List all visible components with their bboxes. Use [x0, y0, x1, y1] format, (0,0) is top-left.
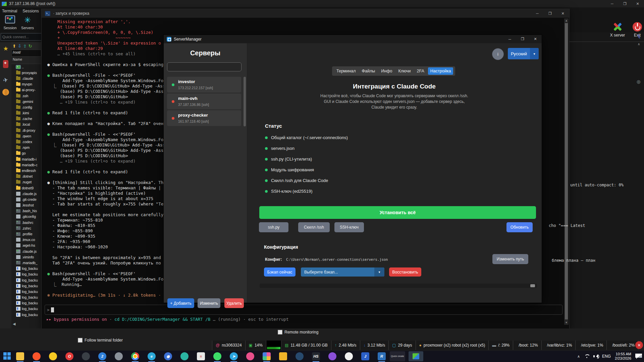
remote-monitoring-checkbox[interactable]: Remote monitoring — [278, 330, 318, 335]
server-list-scrollbar[interactable] — [244, 77, 246, 126]
file-row[interactable]: mariadb-i — [11, 156, 41, 162]
file-row[interactable]: log_backu — [11, 277, 41, 283]
backup-select[interactable]: Выберите бэкап... ▾ — [301, 267, 384, 277]
taskbar-app-icon[interactable] — [16, 352, 24, 360]
active-app-tile[interactable] — [409, 351, 423, 361]
menu-item[interactable]: Terminal — [2, 9, 17, 13]
file-row[interactable]: .wget-hs — [11, 243, 41, 248]
file-row[interactable]: log_backu — [11, 312, 41, 317]
clock[interactable]: 10:55 AM 2/23/2026 — [615, 352, 631, 361]
file-row[interactable]: .claude.js — [11, 248, 41, 254]
favorites-star-icon[interactable]: ★ — [1, 44, 10, 53]
chevron-down-icon[interactable]: ▾ — [374, 267, 384, 277]
tab[interactable]: Инфо — [379, 67, 394, 75]
taskbar-app-icon[interactable]: ◉ — [164, 352, 172, 360]
file-row[interactable]: .viminfo — [11, 254, 41, 260]
file-row[interactable]: myvpn — [11, 81, 41, 87]
file-row[interactable]: .mariadb_ — [11, 260, 41, 265]
tab[interactable]: Терминал — [334, 67, 358, 75]
maximize-icon[interactable]: ❐ — [544, 9, 556, 18]
taskbar-app-icon[interactable]: HS — [312, 352, 320, 360]
taskbar-app-icon[interactable]: e — [148, 352, 156, 360]
scroll-up-icon[interactable]: ▲ — [564, 18, 569, 23]
upload-icon[interactable]: ⇧ — [23, 44, 27, 49]
file-row[interactable]: .profile — [11, 231, 41, 237]
taskbar-app-icon[interactable] — [213, 352, 221, 360]
file-row[interactable]: log_backu — [11, 300, 41, 306]
tab[interactable]: Файлы — [360, 67, 378, 75]
servermanager-titlebar[interactable]: ServerManager ─ ❐ ✕ — [164, 35, 542, 43]
file-row[interactable]: .bash_his — [11, 208, 41, 214]
terminal-scrollbar[interactable]: ▲ ▼ — [564, 18, 569, 325]
minimize-icon[interactable]: ─ — [606, 0, 619, 7]
chevron-up-icon[interactable]: ∧ — [638, 42, 640, 46]
file-row[interactable]: .local — [11, 122, 41, 127]
file-row[interactable]: .claude — [11, 75, 41, 81]
quick-connect-input[interactable] — [1, 33, 43, 41]
taskbar-app-icon[interactable] — [246, 352, 254, 360]
file-row[interactable]: dotnet9 — [11, 185, 41, 191]
taskbar-app-icon[interactable] — [296, 352, 304, 360]
checkbox-icon[interactable] — [78, 338, 83, 343]
taskbar-app-icon[interactable]: ≡ — [197, 352, 205, 360]
tab[interactable]: Настройка — [428, 67, 453, 75]
file-row[interactable]: log_backu — [11, 272, 41, 277]
file-row[interactable]: .npm — [11, 145, 41, 150]
close-icon[interactable]: ✕ — [529, 35, 542, 43]
maximize-icon[interactable]: ❐ — [619, 0, 631, 7]
path-field[interactable]: /root/ — [11, 50, 41, 57]
file-row[interactable]: log_backu — [11, 306, 41, 312]
component-chip-button[interactable]: ssh.py — [259, 222, 288, 232]
edit-server-button[interactable]: Изменить — [198, 298, 220, 308]
close-icon[interactable]: ✕ — [556, 9, 569, 18]
quick-create-tile[interactable]: Quick create — [390, 351, 405, 361]
taskbar-app-icon[interactable] — [328, 352, 336, 360]
server-card[interactable]: main-ovh 37.187.136.86 [ssh] — [167, 94, 241, 109]
taskbar-app-icon[interactable] — [33, 352, 41, 360]
taskbar-app-icon[interactable] — [180, 352, 189, 360]
globe-icon[interactable] — [1, 88, 10, 97]
taskbar-app-icon[interactable] — [82, 352, 90, 360]
file-row[interactable]: log_backu — [11, 266, 41, 272]
delete-server-button[interactable]: Удалить — [224, 298, 244, 308]
taskbar-app-icon[interactable] — [115, 352, 123, 360]
server-card[interactable]: investor 173.212.212.157 [ssh] — [167, 77, 241, 93]
volume-icon[interactable] — [593, 354, 598, 358]
file-row[interactable]: .di-proxy — [11, 127, 41, 133]
refresh-button[interactable]: Обновить — [506, 222, 533, 232]
taskbar-app-icon[interactable]: O — [65, 352, 73, 360]
file-row[interactable]: ai-proxy- — [11, 87, 41, 93]
install-all-button[interactable]: Установить всё — [259, 206, 536, 219]
notifications-icon[interactable]: 32 — [635, 354, 642, 359]
menu-item[interactable]: Sessions — [22, 9, 39, 13]
component-chip-button[interactable]: SSH-ключ — [334, 222, 364, 232]
send-plane-icon[interactable]: ✈ — [1, 76, 10, 84]
file-row[interactable]: .. — [11, 64, 41, 70]
taskbar-app-icon[interactable] — [263, 352, 271, 360]
minimize-icon[interactable]: ─ — [531, 9, 544, 18]
checkbox-icon[interactable] — [278, 330, 282, 335]
file-row[interactable]: .claude.js — [11, 191, 41, 196]
scrollbar-thumb[interactable] — [530, 284, 535, 287]
file-row[interactable]: .nuget — [11, 179, 41, 185]
file-row[interactable]: log_backu — [11, 289, 41, 294]
file-row[interactable]: mariadb-c — [11, 162, 41, 168]
scroll-left-icon[interactable]: ◀ — [13, 322, 15, 326]
tab[interactable]: Ключи — [396, 67, 413, 75]
servers-button[interactable]: ✳ Servers — [19, 15, 36, 30]
download-icon[interactable]: ⇩ — [18, 44, 21, 49]
backup-now-button[interactable]: Бэкап сейчас — [264, 267, 296, 277]
file-row[interactable]: .qwen — [11, 133, 41, 139]
scroll-down-icon[interactable]: ▼ — [564, 320, 569, 325]
input-language[interactable]: ENG — [602, 354, 611, 359]
taskbar-app-icon[interactable]: J — [361, 352, 369, 360]
taskbar-app-icon[interactable] — [49, 352, 57, 360]
tab[interactable]: 2FA — [415, 67, 427, 75]
taskbar-app-icon[interactable]: R — [378, 352, 386, 360]
file-row[interactable]: go — [11, 150, 41, 156]
statusbar-close-icon[interactable]: ✕ — [635, 341, 643, 349]
tools-knife-icon[interactable] — [1, 60, 10, 68]
component-chip-button[interactable]: Скилл /ssh — [298, 222, 330, 232]
folder-up-icon[interactable]: ⬆ — [12, 44, 16, 49]
info-button[interactable]: i — [492, 48, 504, 60]
